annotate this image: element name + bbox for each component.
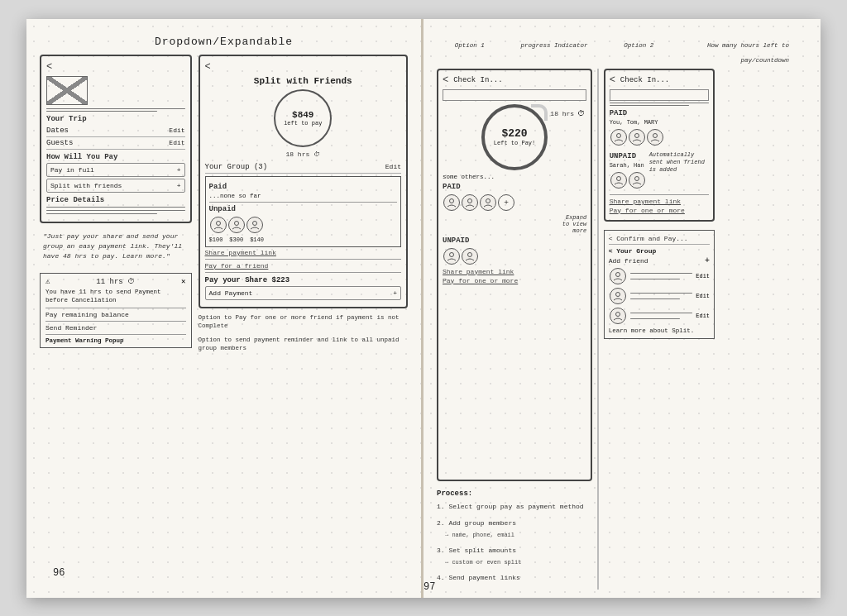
svg-point-10 [653, 133, 657, 137]
paid-av-2 [629, 129, 645, 146]
svg-point-15 [615, 312, 620, 316]
friend-edit-3[interactable]: Edit [696, 313, 710, 319]
clock-icon: ⏱ [577, 109, 585, 117]
learn-more[interactable]: Learn more about Split. [609, 327, 710, 334]
pay-one-link-2[interactable]: Pay for one or more [610, 207, 709, 214]
avatar-2 [228, 217, 245, 233]
price-line [46, 210, 185, 211]
split-friends-title: Split with Friends [205, 76, 401, 86]
group-row: Your Group (3) Edit [205, 161, 401, 174]
warning-icon: ⚠ [45, 277, 50, 286]
section-your-trip: Your Trip [46, 115, 185, 123]
link-divider [205, 259, 401, 260]
search-bar-1[interactable] [443, 89, 586, 101]
some-others-label: some others... [443, 174, 586, 180]
share-link-3[interactable]: Share payment link [610, 198, 709, 205]
process-step-3: 3. Set split amounts → custom or even sp… [437, 545, 592, 567]
amount-circle: $849 left to pay [274, 89, 332, 147]
paid-avatars-group: + [443, 193, 586, 212]
unpaid-section-label: UNPAID [443, 236, 586, 245]
name-line [630, 298, 680, 299]
top-annotations: Option 1 progress Indicator Option 2 How… [437, 36, 807, 65]
send-reminder-btn[interactable]: Send Reminder [45, 324, 186, 332]
warning-divider-3 [45, 334, 186, 335]
phone-wireframe-4: < Check In... PAID You, Tom, MARY [604, 69, 715, 222]
friend-row-1: Edit [609, 267, 710, 285]
search-bar-2[interactable] [610, 89, 709, 101]
svg-point-14 [615, 292, 620, 296]
pay-balance-btn[interactable]: Pay remaining balance [45, 311, 186, 318]
unpaid-av-1 [610, 172, 627, 189]
svg-point-9 [634, 133, 639, 137]
section-how-pay: How Will You Pay [46, 153, 185, 161]
friend-avatar-1 [610, 268, 626, 284]
svg-point-12 [634, 176, 639, 180]
your-group-label: < Your Group [609, 247, 710, 255]
time-countdown: 18 hrs ⏱ [550, 104, 585, 119]
wavy-line-2 [610, 105, 689, 106]
unpaid-label-2: UNPAID [610, 152, 646, 160]
add-friend-icon[interactable]: + [705, 256, 710, 265]
warning-label: Payment Warning Popup [45, 337, 186, 344]
progress-annotation: progress Indicator [521, 36, 588, 65]
process-list: 1. Select group pay as payment method 2.… [437, 501, 592, 585]
checkin-header-1: Check In... [453, 76, 502, 84]
your-group-section: < Your Group Add friend + [609, 247, 710, 334]
confirm-title: < Confirm and Pay... [609, 235, 710, 245]
unpaid-av-2 [629, 172, 645, 189]
sketch-line [46, 111, 157, 112]
add-paid-btn[interactable]: + [498, 194, 514, 211]
progress-amount: $220 [501, 127, 527, 140]
process-section: Process: 1. Select group pay as payment … [437, 489, 592, 590]
add-payment-btn[interactable]: Add Payment + [205, 286, 401, 300]
svg-point-7 [468, 252, 472, 256]
col-separator-1 [597, 69, 599, 590]
svg-point-3 [450, 198, 454, 203]
friend-edit-1[interactable]: Edit [696, 273, 710, 279]
name-line [630, 313, 693, 313]
notebook: Dropdown/Expandable < Your Trip Dates E [26, 19, 821, 598]
warning-box: ⚠ 11 hrs ⏱ ✕ You have 11 hrs to send Pay… [40, 273, 192, 348]
svg-point-5 [486, 198, 490, 203]
paid-av-1 [610, 129, 627, 146]
back-arrow-2: < [205, 61, 211, 73]
name-line [630, 293, 693, 294]
friend-row-2: Edit [609, 287, 710, 305]
right-content: < Check In... $220 Left to Pay! [437, 69, 807, 590]
warning-time: 11 hrs ⏱ [96, 277, 135, 286]
svg-point-8 [616, 133, 620, 137]
share-link[interactable]: Share payment link [205, 249, 401, 256]
add-friend-label: Add friend [609, 257, 648, 265]
svg-point-4 [468, 198, 472, 203]
section-divider [610, 194, 709, 195]
warning-message: You have 11 hrs to send Payment before C… [45, 288, 186, 305]
friend-edit-2[interactable]: Edit [696, 293, 710, 299]
unpaid-avatar-2 [462, 248, 478, 265]
unpaid-label: Unpaid [209, 205, 397, 213]
process-step-2-sub: → name, phone, email [437, 530, 592, 541]
page-number-right: 97 [424, 581, 794, 593]
paid-avatars-2 [610, 128, 709, 146]
process-step-2: 2. Add group members → name, phone, emai… [437, 518, 592, 540]
unpaid-avatars [209, 216, 397, 234]
pay-friend-link[interactable]: Pay for a friend [205, 262, 401, 270]
expand-note: Expandto viewmore [443, 214, 586, 234]
progress-circle-container: $220 Left to Pay! 18 hrs ⏱ [443, 104, 586, 170]
group-edit[interactable]: Edit [385, 163, 401, 170]
share-link-2[interactable]: Share payment link [443, 268, 586, 275]
name-line [630, 318, 680, 319]
unpaid-avatars-2 [610, 171, 646, 189]
image-placeholder [46, 76, 88, 105]
paid-unpaid-box: Paid ...none so far Unpaid [205, 176, 401, 247]
friend-name-3 [630, 311, 693, 321]
left-page: Dropdown/Expandable < Your Trip Dates E [26, 19, 424, 598]
warning-header: ⚠ 11 hrs ⏱ ✕ [45, 277, 186, 286]
left-col1: < Your Trip Dates Edit Guests Edit [40, 55, 192, 575]
pay-one-link[interactable]: Pay for one or more [443, 277, 586, 284]
paid-section-label: PAID [443, 183, 586, 191]
svg-point-2 [252, 221, 256, 225]
progress-sub: Left to Pay! [494, 140, 535, 146]
warning-divider-2 [45, 321, 186, 322]
svg-point-1 [234, 221, 238, 225]
phone-wireframe-3: < Check In... $220 Left to Pay! [437, 69, 592, 481]
